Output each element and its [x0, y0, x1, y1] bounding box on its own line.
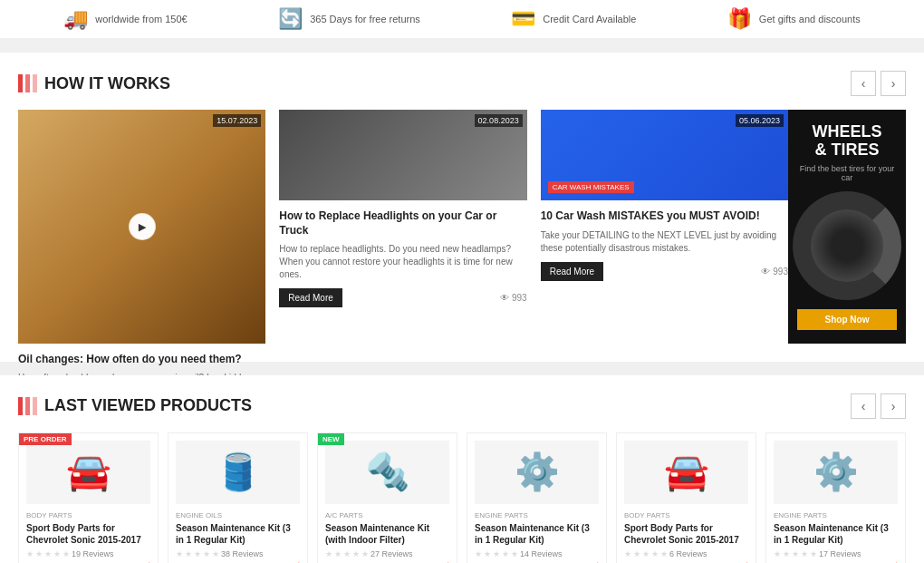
read-more-3[interactable]: Read More: [541, 262, 603, 281]
how-it-works-section: HOW IT WORKS ‹ › 15.07.2023 ▶ Oil change…: [0, 53, 924, 362]
last-viewed-title: LAST VIEWED PRODUCTS: [18, 396, 252, 415]
topbar-item-returns: 🔄 365 Days for free returns: [278, 7, 420, 31]
lv-title-decoration: [18, 397, 37, 415]
star-5-5: ★: [660, 549, 668, 558]
product-name-5: Sport Body Parts for Chevrolet Sonic 201…: [624, 522, 748, 546]
product-category-5: BODY PARTS: [624, 511, 748, 519]
wheels-subtitle: Find the best tires for your car: [797, 164, 897, 182]
wheels-shop-now[interactable]: Shop Now: [797, 309, 897, 330]
article-card-3: 05.06.2023 CAR WASH MISTAKES 10 Car Wash…: [541, 110, 788, 344]
lv-title-bar-1: [18, 397, 23, 415]
product-stars-4: ★ ★ ★ ★ ★ 14 Reviews: [475, 549, 599, 558]
last-viewed-header: LAST VIEWED PRODUCTS ‹ ›: [18, 393, 906, 419]
lv-title-bar-2: [25, 397, 30, 415]
star-1-2: ★: [35, 549, 43, 558]
star-3-2: ★: [334, 549, 342, 558]
how-it-works-title: HOW IT WORKS: [18, 74, 170, 93]
product-name-4: Season Maintenance Kit (3 in 1 Regular K…: [475, 522, 599, 546]
product-name-1: Sport Body Parts for Chevrolet Sonic 201…: [26, 522, 150, 546]
star-4-4: ★: [502, 549, 509, 558]
how-it-works-prev[interactable]: ‹: [851, 71, 876, 96]
topbar-shipping-text: worldwide from 150€: [95, 14, 188, 24]
how-it-works-next[interactable]: ›: [881, 71, 906, 96]
topbar-item-gifts: 🎁 Get gifts and discounts: [727, 7, 861, 31]
review-count-1: 19 Reviews: [72, 549, 114, 558]
title-bar-2: [25, 74, 30, 92]
star-1-3: ★: [44, 549, 52, 558]
star-4-2: ★: [484, 549, 491, 558]
last-viewed-prev[interactable]: ‹: [851, 393, 876, 419]
article-desc-2: How to replace headlights. Do you need n…: [279, 243, 526, 281]
returns-icon: 🔄: [278, 7, 303, 31]
wheels-title: WHEELS& TIRES: [812, 123, 881, 160]
star-6-1: ★: [774, 549, 781, 558]
last-viewed-section: LAST VIEWED PRODUCTS ‹ › PRE ORDER 🚘 BOD…: [0, 375, 924, 563]
article-tag-3: CAR WASH MISTAKES: [548, 181, 634, 193]
product-image-6: ⚙️: [774, 441, 898, 504]
article-title-2: How to Replace Headlights on your Car or…: [279, 209, 526, 238]
product-category-6: ENGINE PARTS: [774, 511, 898, 519]
star-4-3: ★: [493, 549, 500, 558]
product-card-1: PRE ORDER 🚘 BODY PARTS Sport Body Parts …: [18, 432, 159, 563]
star-2-5: ★: [212, 549, 219, 558]
articles-grid: 15.07.2023 ▶ Oil changes: How often do y…: [18, 110, 788, 344]
last-viewed-next[interactable]: ›: [881, 393, 906, 419]
star-4-1: ★: [475, 549, 482, 558]
product-name-2: Season Maintenance Kit (3 in 1 Regular K…: [176, 522, 300, 546]
star-2-2: ★: [185, 549, 192, 558]
star-4-5: ★: [511, 549, 518, 558]
view-count-2: 993: [512, 293, 527, 303]
payment-icon: 💳: [511, 7, 535, 31]
article-footer-2: Read More 👁 993: [279, 288, 526, 307]
product-card-4: ⚙️ ENGINE PARTS Season Maintenance Kit (…: [467, 432, 607, 563]
star-2-1: ★: [176, 549, 183, 558]
gifts-icon: 🎁: [727, 7, 752, 31]
lv-title-bar-3: [33, 397, 37, 415]
article-views-2: 👁 993: [500, 293, 527, 303]
article-date-2: 02.08.2023: [475, 114, 523, 127]
star-3-4: ★: [352, 549, 360, 558]
how-it-works-label: HOW IT WORKS: [44, 74, 170, 93]
star-5-2: ★: [633, 549, 640, 558]
product-stars-5: ★ ★ ★ ★ ★ 6 Reviews: [624, 549, 748, 558]
product-card-3: NEW 🔩 A/C PARTS Season Maintenance Kit (…: [317, 432, 457, 563]
article-date-1: 15.07.2023: [213, 114, 261, 127]
last-viewed-label: LAST VIEWED PRODUCTS: [44, 396, 252, 415]
star-6-3: ★: [792, 549, 799, 558]
eye-icon-2: 👁: [500, 293, 509, 303]
article-card-1: 15.07.2023 ▶ Oil changes: How often do y…: [18, 110, 265, 344]
topbar-gifts-text: Get gifts and discounts: [759, 14, 861, 24]
last-viewed-nav: ‹ ›: [851, 393, 906, 419]
product-image-4: ⚙️: [475, 441, 599, 504]
review-count-4: 14 Reviews: [520, 549, 563, 558]
product-image-2: 🛢️: [176, 441, 300, 504]
star-1-1: ★: [26, 549, 34, 558]
play-button-1[interactable]: ▶: [129, 213, 156, 240]
product-stars-3: ★ ★ ★ ★ ★ 27 Reviews: [325, 549, 449, 558]
star-2-3: ★: [194, 549, 201, 558]
title-bar-1: [18, 74, 23, 92]
wheels-sidebar: WHEELS& TIRES Find the best tires for yo…: [788, 110, 906, 344]
article-thumbnail-2: 02.08.2023: [279, 110, 526, 200]
article-views-3: 👁 993: [761, 267, 788, 277]
product-badge-1: PRE ORDER: [19, 433, 72, 445]
product-name-3: Season Maintenance Kit (with Indoor Filt…: [325, 522, 449, 546]
product-image-1: 🚘: [26, 441, 150, 504]
article-thumbnail-3: 05.06.2023 CAR WASH MISTAKES: [541, 110, 788, 200]
products-grid: PRE ORDER 🚘 BODY PARTS Sport Body Parts …: [18, 432, 906, 563]
star-1-5: ★: [63, 549, 70, 558]
product-category-2: ENGINE OILS: [176, 511, 300, 519]
how-it-works-header: HOW IT WORKS ‹ ›: [18, 71, 906, 96]
star-1-4: ★: [53, 549, 61, 558]
review-count-2: 38 Reviews: [221, 549, 264, 558]
star-6-4: ★: [801, 549, 808, 558]
star-3-3: ★: [343, 549, 351, 558]
article-thumbnail-1: 15.07.2023 ▶: [18, 110, 265, 344]
article-title-1: Oil changes: How often do you need them?: [18, 353, 265, 367]
star-5-3: ★: [642, 549, 650, 558]
read-more-2[interactable]: Read More: [279, 288, 342, 307]
tire-visual: [793, 191, 901, 300]
product-card-5: 🚘 BODY PARTS Sport Body Parts for Chevro…: [616, 432, 756, 563]
topbar-item-payment: 💳 Credit Card Available: [511, 7, 636, 31]
product-card-6: ⚙️ ENGINE PARTS Season Maintenance Kit (…: [765, 432, 906, 563]
